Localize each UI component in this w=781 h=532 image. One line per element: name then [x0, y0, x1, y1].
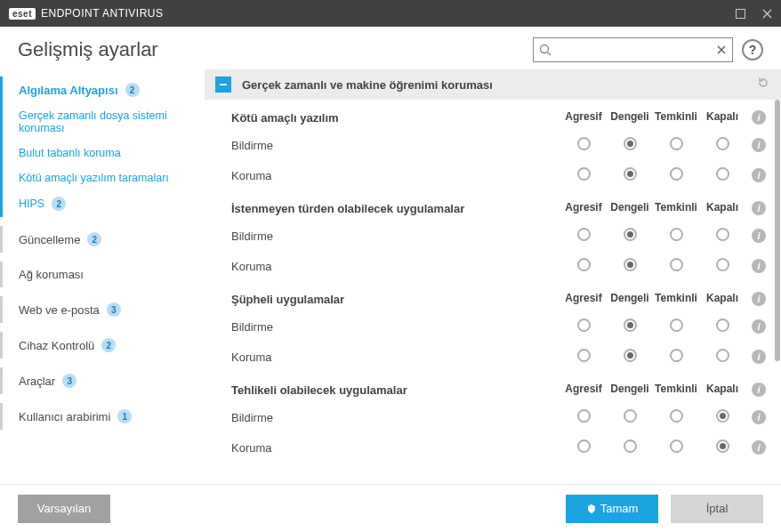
radio-option[interactable]	[670, 349, 683, 362]
ok-button[interactable]: Tamam	[566, 495, 658, 523]
radio-option[interactable]	[670, 137, 683, 150]
radio-option[interactable]	[577, 258, 591, 271]
sidebar-item-6[interactable]: Ağ koruması	[0, 262, 205, 287]
row-label: Bildirme	[231, 139, 560, 152]
column-header: Kapalı	[699, 383, 745, 397]
radio-option[interactable]	[670, 409, 683, 423]
radio-option[interactable]	[670, 228, 683, 241]
sidebar-item-4[interactable]: HIPS2	[0, 190, 205, 217]
scrollbar-track[interactable]	[774, 100, 781, 484]
radio-option[interactable]	[577, 318, 591, 332]
defaults-button[interactable]: Varsayılan	[18, 495, 110, 523]
sidebar-item-7[interactable]: Web ve e-posta3	[0, 296, 205, 323]
info-icon[interactable]: i	[752, 229, 766, 243]
radio-option[interactable]	[624, 439, 637, 453]
radio-option[interactable]	[716, 409, 729, 423]
radio-option[interactable]	[670, 318, 683, 332]
help-button[interactable]: ?	[742, 39, 763, 60]
collapse-button[interactable]: –	[215, 77, 231, 93]
sidebar: Algılama Altyapısı2Gerçek zamanlı dosya …	[0, 69, 205, 484]
radio-option[interactable]	[716, 258, 729, 271]
radio-option[interactable]	[624, 409, 637, 423]
info-icon[interactable]: i	[752, 259, 766, 273]
radio-option[interactable]	[577, 439, 591, 453]
radio-option[interactable]	[670, 167, 683, 181]
sidebar-item-0[interactable]: Algılama Altyapısı2	[0, 77, 205, 103]
sidebar-item-5[interactable]: Güncelleme2	[0, 226, 205, 253]
radio-option[interactable]	[670, 439, 683, 453]
radio-option[interactable]	[716, 167, 729, 181]
row-label: Koruma	[231, 169, 560, 182]
radio-option[interactable]	[624, 258, 637, 271]
brand-badge: eset	[9, 8, 36, 20]
window-close-icon[interactable]	[761, 8, 772, 19]
sidebar-item-1[interactable]: Gerçek zamanlı dosya sistemi koruması	[0, 103, 205, 141]
column-header: Temkinli	[653, 110, 699, 125]
radio-option[interactable]	[577, 167, 591, 181]
radio-option[interactable]	[670, 258, 683, 271]
group-title: Kötü amaçlı yazılım	[231, 111, 339, 125]
sidebar-item-9[interactable]: Araçlar3	[0, 367, 205, 394]
settings-scroll[interactable]: Kötü amaçlı yazılımAgresifDengeliTemkinl…	[205, 100, 781, 484]
radio-option[interactable]	[716, 137, 729, 150]
sidebar-item-2[interactable]: Bulut tabanlı koruma	[0, 141, 205, 165]
sidebar-item-8[interactable]: Cihaz Kontrolü2	[0, 332, 205, 359]
sidebar-item-label: Kullanıcı arabirimi	[19, 410, 110, 423]
footer: Varsayılan Tamam İptal	[0, 484, 781, 532]
info-icon[interactable]: i	[752, 168, 766, 182]
radio-option[interactable]	[716, 318, 729, 332]
column-header: Agresif	[560, 292, 607, 306]
radio-option[interactable]	[577, 409, 591, 423]
setting-row: Bildirmei	[205, 402, 781, 432]
scrollbar-thumb[interactable]	[775, 100, 780, 361]
info-icon[interactable]: i	[752, 319, 766, 334]
group-header: İstenmeyen türden olabilecek uygulamalar…	[205, 190, 781, 221]
radio-option[interactable]	[624, 228, 637, 241]
clear-search-icon[interactable]	[716, 44, 727, 55]
sidebar-item-label: Bulut tabanlı koruma	[19, 147, 121, 159]
radio-option[interactable]	[624, 167, 637, 181]
column-header: Temkinli	[653, 201, 699, 215]
radio-option[interactable]	[716, 439, 729, 453]
info-icon[interactable]: i	[752, 138, 766, 152]
brand-text: ENDPOINT ANTIVIRUS	[41, 7, 163, 20]
search-input[interactable]	[557, 44, 711, 56]
badge: 3	[62, 374, 76, 388]
info-icon[interactable]: i	[752, 292, 766, 306]
sidebar-item-label: Güncelleme	[19, 233, 80, 246]
column-header: Kapalı	[699, 110, 745, 125]
info-icon[interactable]: i	[752, 383, 766, 397]
radio-option[interactable]	[577, 228, 591, 241]
column-header: Dengeli	[607, 110, 653, 125]
svg-point-1	[541, 45, 549, 53]
group-title: Tehlikeli olabilecek uygulamalar	[231, 383, 407, 397]
info-icon[interactable]: i	[752, 440, 766, 455]
badge: 2	[125, 83, 140, 97]
column-header: Agresif	[560, 383, 607, 397]
svg-rect-0	[736, 9, 745, 18]
reset-section-icon[interactable]	[756, 76, 770, 93]
badge: 2	[101, 338, 116, 352]
radio-option[interactable]	[624, 318, 637, 332]
window-maximize-icon[interactable]	[735, 8, 745, 19]
radio-option[interactable]	[624, 349, 637, 362]
sidebar-item-label: Web ve e-posta	[19, 303, 100, 317]
setting-row: Bildirmei	[205, 221, 781, 251]
sidebar-item-label: Araçlar	[19, 375, 55, 388]
info-icon[interactable]: i	[752, 350, 766, 364]
radio-option[interactable]	[577, 137, 591, 150]
cancel-button[interactable]: İptal	[671, 495, 763, 523]
info-icon[interactable]: i	[752, 201, 766, 215]
info-icon[interactable]: i	[752, 110, 766, 125]
radio-option[interactable]	[624, 137, 637, 150]
badge: 2	[87, 232, 101, 246]
setting-row: Korumai	[205, 342, 781, 372]
app-brand: esetENDPOINT ANTIVIRUS	[9, 7, 163, 20]
radio-option[interactable]	[716, 228, 729, 241]
sidebar-item-3[interactable]: Kötü amaçlı yazılım taramaları	[0, 165, 205, 190]
sidebar-item-10[interactable]: Kullanıcı arabirimi1	[0, 403, 205, 430]
radio-option[interactable]	[577, 349, 591, 362]
info-icon[interactable]: i	[752, 410, 766, 424]
radio-option[interactable]	[716, 349, 729, 362]
search-box[interactable]	[533, 37, 733, 62]
